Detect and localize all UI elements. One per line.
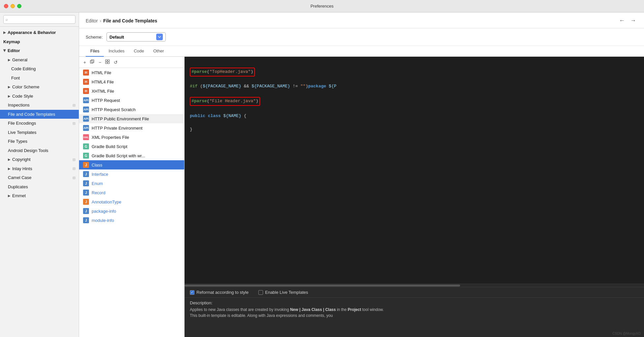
file-item-annotation-type[interactable]: J AnnotationType bbox=[79, 197, 184, 206]
module-info-file-icon: J bbox=[83, 217, 89, 223]
file-item-enum[interactable]: J Enum bbox=[79, 179, 184, 188]
file-item-name: Gradle Build Script with wr... bbox=[92, 153, 180, 158]
file-item-name: Enum bbox=[92, 181, 180, 186]
tab-files[interactable]: Files bbox=[86, 46, 104, 57]
sidebar-item-appearance[interactable]: ▶ Appearance & Behavior bbox=[0, 28, 79, 37]
file-item-name: HTTP Private Environment bbox=[92, 126, 180, 131]
sidebar-item-emmet[interactable]: ▶ Emmet bbox=[0, 191, 79, 200]
duplicate-template-button[interactable] bbox=[103, 58, 111, 66]
svg-rect-0 bbox=[90, 60, 93, 63]
file-item-xhtml-file[interactable]: H XHTML File bbox=[79, 86, 184, 96]
chevron-right-icon: ▶ bbox=[3, 30, 6, 35]
live-templates-checkbox[interactable] bbox=[258, 290, 263, 295]
tab-includes[interactable]: Includes bbox=[104, 46, 129, 57]
sidebar-item-label: Color Scheme bbox=[12, 84, 75, 90]
live-templates-checkbox-item: Enable Live Templates bbox=[258, 290, 308, 295]
file-item-xml-properties[interactable]: XML XML Properties File bbox=[79, 133, 184, 142]
sidebar-item-file-and-code-templates[interactable]: File and Code Templates bbox=[0, 110, 79, 119]
sidebar-item-copyright[interactable]: ▶ Copyright ⊟ bbox=[0, 155, 79, 164]
sidebar-item-camel-case[interactable]: Camel Case ⊟ bbox=[0, 173, 79, 182]
file-item-gradle-build-wrapper[interactable]: G Gradle Build Script with wr... bbox=[79, 151, 184, 160]
maximize-button[interactable] bbox=[17, 4, 21, 8]
chevron-right-icon: ▶ bbox=[8, 157, 11, 162]
svg-rect-4 bbox=[105, 62, 107, 64]
breadcrumb-current: File and Code Templates bbox=[103, 18, 157, 23]
breadcrumb-parent[interactable]: Editor bbox=[86, 18, 98, 23]
horizontal-scrollbar[interactable] bbox=[185, 284, 644, 287]
sidebar-item-code-style[interactable]: ▶ Code Style bbox=[0, 92, 79, 101]
settings-icon: ⊟ bbox=[73, 103, 75, 108]
file-item-http-private-env[interactable]: API HTTP Private Environment bbox=[79, 123, 184, 133]
search-wrap: ⌕ bbox=[3, 15, 75, 24]
title-bar: Preferences bbox=[0, 0, 644, 13]
sidebar-item-color-scheme[interactable]: ▶ Color Scheme bbox=[0, 82, 79, 92]
sidebar-item-duplicates[interactable]: Duplicates bbox=[0, 182, 79, 192]
sidebar-item-file-encodings[interactable]: File Encodings ⊟ bbox=[0, 119, 79, 128]
api-private-file-icon: API bbox=[83, 125, 89, 131]
api-public-file-icon: API bbox=[83, 116, 89, 122]
tab-other[interactable]: Other bbox=[149, 46, 169, 57]
sidebar-item-label: Appearance & Behavior bbox=[8, 29, 75, 36]
sidebar-item-label: Code Editing bbox=[11, 66, 75, 72]
file-item-html4-file[interactable]: H HTML4 File bbox=[79, 77, 184, 86]
window-title: Preferences bbox=[310, 4, 334, 9]
scheme-label: Scheme: bbox=[86, 35, 102, 40]
file-item-module-info[interactable]: J module-info bbox=[79, 216, 184, 225]
sidebar-item-general[interactable]: ▶ General bbox=[0, 55, 79, 65]
file-item-name: XML Properties File bbox=[92, 135, 180, 140]
file-item-record[interactable]: J Record bbox=[79, 188, 184, 197]
file-item-http-request[interactable]: API HTTP Request bbox=[79, 96, 184, 105]
copy-template-button[interactable] bbox=[88, 58, 96, 66]
sidebar-item-label: Emmet bbox=[12, 193, 75, 199]
sidebar-item-file-types[interactable]: File Types bbox=[0, 137, 79, 146]
settings-icon: ⊟ bbox=[73, 175, 75, 181]
minimize-button[interactable] bbox=[11, 4, 15, 8]
nav-forward-button[interactable]: → bbox=[629, 16, 637, 25]
sidebar-item-live-templates[interactable]: Live Templates bbox=[0, 128, 79, 137]
reset-template-button[interactable]: ↺ bbox=[112, 59, 119, 66]
svg-rect-3 bbox=[108, 60, 109, 61]
file-item-http-public-env[interactable]: API HTTP Public Environment File HTTP Pu… bbox=[79, 114, 184, 123]
reformat-checkbox-item: ✓ Reformat according to style bbox=[190, 290, 249, 295]
sidebar-item-inlay-hints[interactable]: ▶ Inlay Hints ⊟ bbox=[0, 164, 79, 173]
sidebar-nav: ▶ Appearance & Behavior Keymap ▶ Editor … bbox=[0, 27, 79, 337]
sidebar-item-keymap[interactable]: Keymap bbox=[0, 37, 79, 46]
sidebar-item-editor[interactable]: ▶ Editor bbox=[0, 46, 79, 55]
sidebar-item-font[interactable]: Font bbox=[0, 74, 79, 83]
sidebar-item-android-design-tools[interactable]: Android Design Tools bbox=[0, 146, 79, 155]
search-icon: ⌕ bbox=[6, 17, 8, 22]
file-item-package-info[interactable]: J package-info bbox=[79, 206, 184, 216]
close-button[interactable] bbox=[4, 4, 8, 8]
sidebar-item-label: Code Style bbox=[12, 93, 75, 100]
nav-back-button[interactable]: ← bbox=[618, 16, 626, 25]
scheme-select[interactable]: Default bbox=[106, 32, 166, 42]
file-item-http-request-scratch[interactable]: API HTTP Request Scratch bbox=[79, 105, 184, 114]
package-info-file-icon: J bbox=[83, 208, 89, 214]
enum-file-icon: J bbox=[83, 180, 89, 186]
sidebar-item-inspections[interactable]: Inspections ⊟ bbox=[0, 101, 79, 110]
sidebar-item-label: Editor bbox=[8, 47, 75, 54]
sidebar-item-label: Inspections bbox=[8, 102, 73, 108]
file-item-html-file[interactable]: H HTML File bbox=[79, 68, 184, 77]
file-item-gradle-build[interactable]: G Gradle Build Script bbox=[79, 142, 184, 151]
remove-template-button[interactable]: − bbox=[97, 59, 103, 66]
settings-icon: ⊟ bbox=[73, 157, 75, 163]
content-area: Editor › File and Code Templates ← → Sch… bbox=[79, 13, 644, 337]
traffic-lights bbox=[4, 4, 21, 8]
sidebar-item-label: File and Code Templates bbox=[8, 111, 75, 118]
code-area[interactable]: #parse("TopHeader.java") #if (${PACKAGE_… bbox=[185, 57, 644, 284]
search-input[interactable] bbox=[3, 15, 75, 24]
code-line-5: } bbox=[190, 126, 639, 133]
file-item-class[interactable]: J Class bbox=[79, 160, 184, 169]
gradle-wrapper-file-icon: G bbox=[83, 153, 89, 159]
reformat-checkbox[interactable]: ✓ bbox=[190, 290, 194, 295]
nav-arrows: ← → bbox=[618, 16, 637, 25]
tab-code[interactable]: Code bbox=[129, 46, 149, 57]
file-item-interface[interactable]: J Interface bbox=[79, 169, 184, 179]
bottom-options: ✓ Reformat according to style Enable Liv… bbox=[185, 287, 644, 297]
sidebar-item-label: File Types bbox=[8, 138, 75, 145]
add-template-button[interactable]: + bbox=[82, 59, 88, 66]
tabs-row: Files Includes Code Other bbox=[79, 46, 644, 57]
chevron-down-icon: ▶ bbox=[2, 49, 7, 52]
sidebar-item-code-editing[interactable]: Code Editing bbox=[0, 64, 79, 74]
